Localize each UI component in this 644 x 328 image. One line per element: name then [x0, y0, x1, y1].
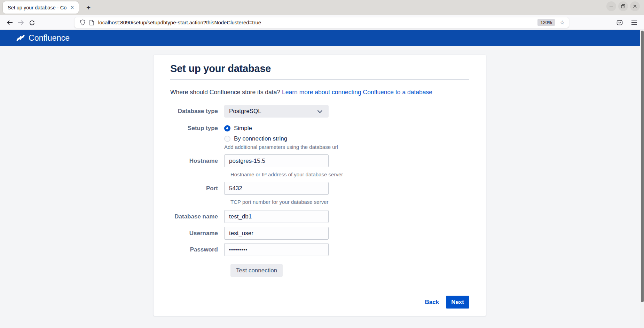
hostname-help: Hostname or IP address of your database …	[230, 171, 469, 178]
app-header: Confluence	[0, 30, 640, 46]
toolbar-right	[614, 17, 640, 28]
page-viewport: Confluence Set up your database Where sh…	[0, 30, 644, 328]
page-background: Set up your database Where should Conflu…	[0, 55, 640, 328]
database-type-label: Database type	[170, 108, 224, 115]
window-controls	[606, 1, 640, 11]
reload-button[interactable]	[26, 17, 38, 28]
tab-close-icon[interactable]: ×	[69, 4, 75, 11]
setup-type-row: Setup type Simple By connection string A…	[170, 124, 469, 150]
browser-tab-bar: Set up your database - Confl × +	[0, 0, 644, 15]
page-title: Set up your database	[170, 62, 469, 75]
radio-label-simple: Simple	[234, 125, 252, 132]
pocket-icon[interactable]	[614, 17, 625, 28]
username-row: Username	[170, 227, 469, 240]
new-tab-button[interactable]: +	[84, 3, 93, 13]
minimize-button[interactable]	[606, 1, 616, 11]
learn-more-link[interactable]: Learn more about connecting Confluence t…	[282, 89, 432, 96]
url-bar[interactable]: localhost:8090/setup/setupdbtype-start.a…	[74, 17, 569, 28]
tab-title: Set up your database - Confl	[8, 5, 66, 10]
chevron-down-icon	[317, 108, 322, 113]
setup-card: Set up your database Where should Conflu…	[153, 55, 486, 316]
setup-type-label: Setup type	[170, 124, 224, 133]
username-label: Username	[170, 230, 224, 237]
tracking-shield-icon[interactable]	[78, 18, 87, 27]
browser-tab[interactable]: Set up your database - Confl ×	[3, 1, 79, 14]
confluence-logo-icon	[16, 34, 25, 42]
hostname-row: Hostname	[170, 154, 469, 167]
hostname-input[interactable]	[224, 154, 329, 167]
forward-button[interactable]	[15, 17, 26, 28]
test-connection-button[interactable]: Test connection	[230, 264, 283, 277]
radio-label-connection-string: By connection string	[234, 135, 287, 142]
hostname-label: Hostname	[170, 158, 224, 165]
card-footer: Back Next	[170, 296, 469, 309]
browser-toolbar: localhost:8090/setup/setupdbtype-start.a…	[0, 15, 644, 30]
zoom-level-badge[interactable]: 120%	[537, 19, 555, 26]
database-name-label: Database name	[170, 213, 224, 220]
database-name-row: Database name	[170, 210, 469, 223]
page-info-icon[interactable]	[87, 18, 96, 27]
password-row: Password	[170, 243, 469, 256]
setup-type-option-simple[interactable]: Simple	[224, 124, 469, 133]
database-type-row: Database type PostgreSQL	[170, 105, 469, 118]
database-name-input[interactable]	[224, 210, 329, 223]
database-type-select[interactable]: PostgreSQL	[224, 105, 329, 118]
next-button[interactable]: Next	[446, 296, 469, 309]
menu-hamburger-icon[interactable]	[629, 17, 640, 28]
bookmark-star-icon[interactable]: ☆	[558, 19, 566, 26]
footer-divider	[170, 287, 469, 287]
title-divider	[170, 79, 469, 80]
username-input[interactable]	[224, 227, 329, 240]
restore-button[interactable]	[618, 1, 628, 11]
back-link[interactable]: Back	[425, 299, 439, 306]
intro-paragraph: Where should Confluence store its data? …	[170, 88, 469, 96]
port-input[interactable]	[224, 182, 329, 195]
setup-type-help: Add additional parameters using the data…	[224, 144, 469, 150]
password-input[interactable]	[224, 243, 329, 256]
intro-text: Where should Confluence store its data?	[170, 89, 282, 96]
back-button[interactable]	[4, 17, 15, 28]
password-label: Password	[170, 246, 224, 253]
page-scrollbar[interactable]	[640, 30, 644, 328]
radio-unselected-icon[interactable]	[224, 136, 230, 142]
setup-type-option-connection-string[interactable]: By connection string	[224, 134, 469, 143]
database-type-value: PostgreSQL	[229, 108, 318, 115]
radio-selected-icon[interactable]	[224, 125, 230, 131]
port-label: Port	[170, 185, 224, 192]
port-row: Port	[170, 182, 469, 195]
url-text: localhost:8090/setup/setupdbtype-start.a…	[98, 19, 537, 25]
close-window-button[interactable]	[630, 1, 640, 11]
brand-wordmark: Confluence	[29, 33, 70, 43]
scrollbar-thumb[interactable]	[641, 31, 644, 302]
port-help: TCP port number for your database server	[230, 199, 469, 205]
